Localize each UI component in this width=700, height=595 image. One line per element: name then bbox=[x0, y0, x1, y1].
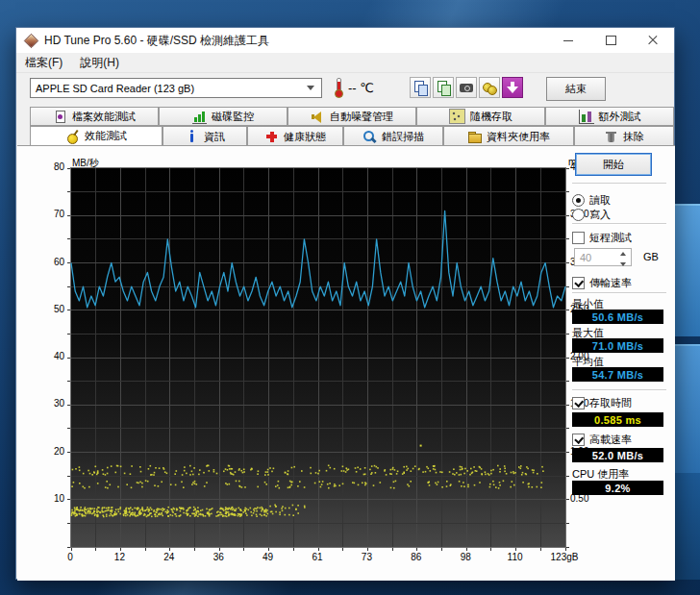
copy-button[interactable] bbox=[410, 77, 431, 98]
benchmark-icon bbox=[65, 130, 80, 143]
access-time-label: 存取時間 bbox=[589, 396, 632, 410]
desktop-wallpaper-shape bbox=[675, 344, 700, 475]
chevron-down-icon bbox=[307, 86, 314, 90]
y-axis-tick-left: 60 bbox=[26, 257, 64, 267]
y-axis-tick-left: 70 bbox=[26, 209, 64, 219]
transfer-rate-checkbox[interactable]: 傳輸速率 bbox=[572, 276, 632, 290]
tab-benchmark[interactable]: 效能測試 bbox=[30, 126, 162, 146]
chart-canvas bbox=[71, 168, 565, 547]
x-axis-tick: 36 bbox=[197, 552, 239, 562]
folder-usage-icon bbox=[467, 130, 482, 143]
x-axis-tick: 0 bbox=[49, 552, 91, 562]
tab-random-access[interactable]: 隨機存取 bbox=[416, 107, 545, 126]
arrow-down-icon bbox=[620, 262, 626, 266]
write-radio-label: 寫入 bbox=[589, 208, 611, 222]
stepper-arrows[interactable] bbox=[616, 250, 630, 268]
x-axis-tick: 61 bbox=[296, 552, 338, 562]
tab-acoustic-management[interactable]: 自動噪聲管理 bbox=[288, 107, 416, 126]
write-radio[interactable]: 寫入 bbox=[572, 208, 611, 222]
short-test-checkbox[interactable]: 短程測試 bbox=[572, 231, 632, 245]
minimize-button[interactable] bbox=[547, 28, 589, 53]
device-select[interactable]: APPLE SD Card Reader (123 gB) bbox=[30, 78, 322, 98]
x-axis-tick: 24 bbox=[148, 552, 190, 562]
separator bbox=[572, 223, 666, 225]
temperature-indicator: -- ℃ bbox=[334, 76, 374, 99]
access-time-value: 0.585 ms bbox=[572, 412, 663, 427]
window-title: HD Tune Pro 5.60 - 硬碟/SSD 檢測維護工具 bbox=[44, 33, 269, 49]
tab-label: 效能測試 bbox=[85, 129, 127, 143]
error-scan-icon bbox=[362, 130, 377, 143]
y-axis-tick-left: 80 bbox=[26, 161, 64, 172]
radio-selected-icon bbox=[572, 194, 585, 207]
exit-button[interactable]: 結束 bbox=[546, 77, 606, 101]
y-axis-tick-left: 20 bbox=[26, 446, 64, 457]
cpu-usage-value: 9.2% bbox=[572, 481, 663, 495]
tab-folder-usage[interactable]: 資料夾使用率 bbox=[443, 126, 574, 146]
x-axis-tick: 12 bbox=[98, 552, 140, 562]
thermometer-icon bbox=[334, 78, 342, 97]
tab-label: 檔案效能測試 bbox=[72, 110, 136, 124]
copy-report-button[interactable] bbox=[433, 77, 454, 98]
acoustic-management-icon bbox=[311, 110, 325, 123]
tab-health[interactable]: 健康狀態 bbox=[247, 126, 343, 146]
file-benchmark-icon bbox=[53, 110, 67, 123]
screenshot-button[interactable] bbox=[456, 77, 477, 98]
separator bbox=[572, 292, 666, 294]
close-icon bbox=[647, 35, 659, 46]
short-test-label: 短程測試 bbox=[589, 231, 632, 245]
erase-icon bbox=[604, 130, 618, 143]
size-stepper[interactable]: 40 bbox=[574, 248, 632, 266]
y-axis-tick-left: 10 bbox=[26, 493, 64, 504]
access-time-checkbox[interactable]: 存取時間 bbox=[572, 396, 632, 410]
download-button[interactable] bbox=[502, 77, 523, 98]
checkbox-checked-icon bbox=[572, 277, 585, 289]
disk-monitor-icon bbox=[192, 110, 207, 124]
app-window: HD Tune Pro 5.60 - 硬碟/SSD 檢測維護工具 檔案(F)說明… bbox=[15, 27, 675, 580]
x-axis-tick: 110 bbox=[494, 552, 537, 562]
coins-button[interactable] bbox=[479, 77, 500, 98]
app-icon bbox=[24, 33, 39, 48]
maximize-icon bbox=[606, 36, 616, 45]
desktop-wallpaper-shape bbox=[675, 473, 700, 580]
tab-label: 錯誤掃描 bbox=[382, 130, 424, 144]
start-button-label: 開始 bbox=[603, 158, 624, 172]
burst-rate-value: 52.0 MB/s bbox=[572, 448, 663, 462]
titlebar[interactable]: HD Tune Pro 5.60 - 硬碟/SSD 檢測維護工具 bbox=[16, 28, 674, 53]
settings-panel: 開始 讀取 寫入 短程測試 40 GB 傳輸速率 最小值 bbox=[570, 146, 668, 579]
y-axis-tick-left: 30 bbox=[26, 398, 64, 409]
tab-disk-monitor[interactable]: 磁碟監控 bbox=[159, 107, 288, 126]
start-button[interactable]: 開始 bbox=[575, 153, 652, 176]
tab-label: 資料夾使用率 bbox=[487, 130, 550, 144]
tab-label: 額外測試 bbox=[599, 110, 641, 124]
menu-item-1[interactable]: 說明(H) bbox=[71, 55, 128, 71]
exit-button-label: 結束 bbox=[565, 82, 587, 96]
max-value: 71.0 MB/s bbox=[572, 338, 663, 353]
tab-info[interactable]: 資訊 bbox=[162, 126, 247, 146]
device-select-value: APPLE SD Card Reader (123 gB) bbox=[36, 83, 194, 94]
min-value: 50.6 MB/s bbox=[572, 310, 663, 324]
size-value: 40 bbox=[580, 252, 591, 263]
read-radio[interactable]: 讀取 bbox=[572, 193, 611, 208]
health-icon bbox=[264, 130, 279, 143]
info-icon bbox=[185, 130, 199, 143]
tab-label: 健康狀態 bbox=[284, 130, 326, 144]
extra-tests-icon bbox=[579, 110, 594, 124]
random-access-icon bbox=[449, 109, 465, 124]
tab-label: 隨機存取 bbox=[470, 110, 512, 124]
close-button[interactable] bbox=[632, 28, 674, 53]
radio-unselected-icon bbox=[572, 209, 585, 221]
tab-erase[interactable]: 抹除 bbox=[574, 126, 674, 146]
menu-item-0[interactable]: 檔案(F) bbox=[16, 55, 71, 71]
maximize-button[interactable] bbox=[589, 28, 632, 53]
burst-rate-checkbox[interactable]: 高載速率 bbox=[572, 433, 632, 447]
cpu-usage-label: CPU 使用率 bbox=[572, 467, 629, 482]
tab-label: 自動噪聲管理 bbox=[330, 110, 393, 124]
temperature-unit: ℃ bbox=[360, 81, 374, 95]
checkbox-checked-icon bbox=[572, 397, 585, 409]
tab-error-scan[interactable]: 錯誤掃描 bbox=[343, 126, 443, 146]
tab-file-benchmark[interactable]: 檔案效能測試 bbox=[30, 107, 159, 126]
checkbox-checked-icon bbox=[572, 434, 585, 446]
y-axis-tick-left: 40 bbox=[26, 351, 64, 361]
separator bbox=[572, 389, 666, 391]
tab-extra-tests[interactable]: 額外測試 bbox=[545, 107, 674, 126]
